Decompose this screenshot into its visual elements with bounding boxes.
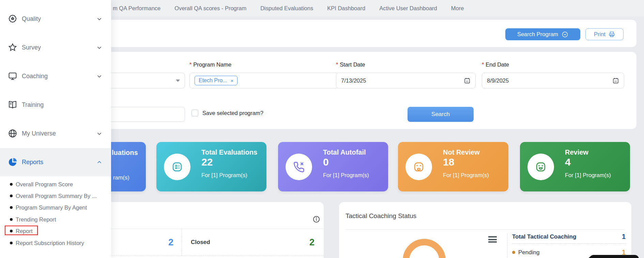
pending-label: Pending: [518, 249, 539, 256]
stat-card-subtitle: For [1] Program(s): [443, 172, 489, 178]
sidebar-item-training[interactable]: Training: [0, 94, 111, 116]
vertical-dashed-divider: [507, 233, 507, 258]
happy-face-icon: [527, 154, 554, 180]
evaluation-list-icon: [164, 154, 190, 180]
search-button[interactable]: Search: [408, 107, 474, 122]
sidebar-item-label: Coaching: [22, 73, 48, 80]
sidebar-item-label: Training: [22, 101, 44, 109]
bullet-icon: [10, 206, 13, 209]
stat-card-title: Review: [565, 148, 588, 156]
tab-active-user-dashboard[interactable]: Active User Dashboard: [379, 5, 437, 12]
stat-card-not-review: Not Review 18 For [1] Program(s): [398, 142, 508, 191]
chevron-circle-icon: [562, 31, 568, 38]
stat-card-subtitle: For [1] Program(s): [201, 172, 247, 178]
end-date-label: *End Date: [482, 61, 509, 68]
start-date-label: *Start Date: [336, 61, 365, 68]
search-program-label: Search Program: [517, 31, 558, 38]
submenu-overall-program-score[interactable]: Overall Program Score: [16, 180, 73, 188]
tab-disputed-evaluations[interactable]: Disputed Evaluations: [260, 5, 313, 12]
search-program-button[interactable]: Search Program: [505, 28, 580, 40]
toolbar-panel: Search Program Print: [99, 20, 637, 47]
pie-chart-icon: [7, 157, 18, 167]
quality-badge-icon: [7, 14, 18, 24]
stat-card-title: Total Autofail: [323, 148, 366, 156]
print-button[interactable]: Print: [585, 28, 624, 40]
submenu-trending-report[interactable]: Trending Report: [16, 215, 56, 224]
program-chip[interactable]: Etech Pro... ×: [195, 76, 237, 85]
sidebar-item-my-universe[interactable]: My Universe: [0, 123, 111, 144]
star-icon: [7, 42, 18, 53]
monitor-icon: [7, 71, 18, 81]
stat-card-value: 0: [323, 156, 329, 168]
tab-more[interactable]: More: [451, 5, 464, 12]
evaluation-status-panel: 2 Closed 2: [102, 202, 324, 258]
start-date-field[interactable]: 7/13/2025: [336, 73, 476, 88]
closed-label: Closed: [191, 239, 210, 246]
sidebar-item-label: Survey: [22, 44, 41, 51]
submenu-overall-program-summary[interactable]: Overall Program Summary By ...: [16, 192, 96, 200]
sidebar-item-reports[interactable]: Reports: [0, 151, 111, 173]
chevron-down-icon: [96, 73, 102, 79]
submenu-program-summary-by-agent[interactable]: Program Summary By Agent: [16, 203, 87, 212]
dropdown-caret-icon: [176, 80, 180, 82]
chevron-down-icon: [96, 45, 102, 51]
tactical-coaching-donut-chart: [403, 239, 446, 258]
required-asterisk: *: [336, 62, 338, 68]
bullet-icon: [10, 218, 13, 221]
sidebar-item-coaching[interactable]: Coaching: [0, 65, 111, 87]
program-type-dropdown[interactable]: [106, 73, 185, 88]
sidebar-item-label: Reports: [22, 159, 43, 166]
program-name-field[interactable]: Etech Pro... ×: [189, 73, 339, 88]
total-tactical-coaching-value: 1: [622, 233, 626, 241]
status-cell-open: 2: [102, 229, 182, 256]
tab-overall-qa-scores-program[interactable]: Overall QA scores - Program: [174, 5, 246, 12]
stat-card-value: 4: [565, 156, 571, 168]
stat-card-total-autofail: Total Autofail 0 For [1] Program(s): [278, 142, 388, 191]
chevron-down-icon: [96, 16, 102, 22]
chart-tooltip-clipped: [589, 255, 639, 258]
tactical-coaching-title: Tactical Coaching Status: [346, 212, 416, 220]
stat-card-subtitle: For [1] Program(s): [323, 172, 369, 178]
stat-card-value: 18: [443, 156, 454, 168]
sidebar-item-survey[interactable]: Survey: [0, 37, 111, 58]
pending-legend-dot: [512, 251, 515, 254]
program-chip-label: Etech Pro...: [199, 77, 227, 84]
bullet-icon: [10, 195, 13, 197]
stat-card-total-evaluations: Total Evaluations 22 For [1] Program(s): [156, 142, 266, 191]
status-cell-closed: Closed 2: [182, 229, 324, 256]
sidebar-item-quality[interactable]: Quality: [0, 8, 111, 30]
submenu-report[interactable]: Report: [16, 227, 33, 235]
sidebar-item-label: Quality: [22, 15, 41, 23]
required-asterisk: *: [482, 62, 484, 68]
sidebar: Quality Survey Coaching: [0, 0, 111, 258]
submenu-report-subscription-history[interactable]: Report Subscription History: [16, 239, 84, 247]
info-icon[interactable]: [312, 215, 320, 223]
stat-card-review: Review 4 For [1] Program(s): [520, 142, 630, 191]
chip-remove-icon[interactable]: ×: [231, 78, 234, 83]
program-name-label: *Program Name: [189, 61, 231, 68]
bullet-icon: [10, 230, 13, 232]
save-program-checkbox[interactable]: [191, 110, 198, 116]
closed-value: 2: [309, 237, 315, 248]
calendar-icon[interactable]: [612, 77, 619, 84]
stat-card-title-fragment: luations: [112, 149, 138, 157]
filter-panel: *Program Name Etech Pro... × *Start Date…: [99, 52, 637, 129]
bullet-icon: [10, 242, 13, 244]
globe-icon: [7, 128, 18, 139]
sad-face-icon: [405, 154, 432, 180]
status-stat-row: 2 Closed 2: [102, 229, 324, 256]
stat-card-subtitle-fragment: ram(s): [113, 174, 129, 181]
tab-kpi-dashboard[interactable]: KPI Dashboard: [327, 5, 365, 12]
stat-card-title: Total Evaluations: [201, 148, 257, 156]
end-date-field[interactable]: 8/9/2025: [482, 73, 624, 88]
calendar-icon[interactable]: [464, 77, 471, 84]
horizontal-dashed-divider: [512, 243, 626, 244]
save-program-label: Save selected program?: [202, 110, 263, 116]
chart-menu-icon[interactable]: [488, 236, 497, 244]
book-icon: [7, 100, 18, 110]
bullet-icon: [10, 183, 13, 186]
end-date-value: 8/9/2025: [487, 77, 509, 84]
secondary-filter-input[interactable]: [106, 107, 185, 122]
chevron-up-icon: [96, 159, 102, 165]
tab-qa-performance[interactable]: m QA Performance: [113, 5, 160, 12]
